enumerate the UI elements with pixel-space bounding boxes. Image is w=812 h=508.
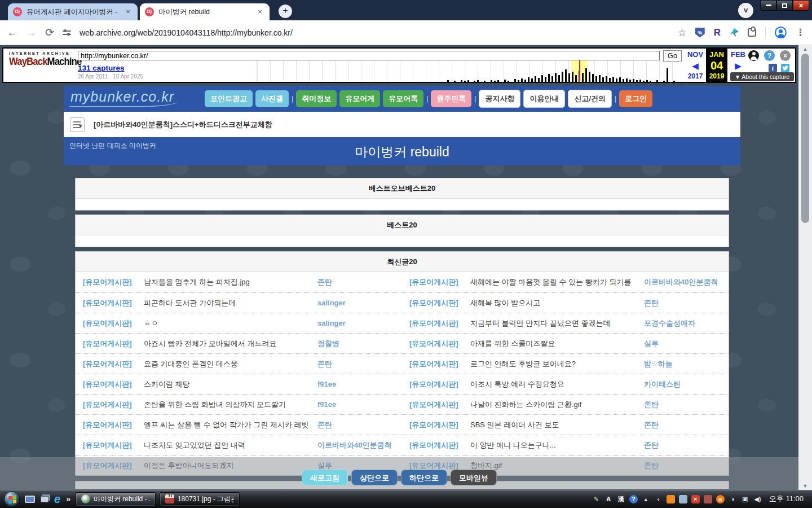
post-author-link[interactable]: 아르바바와40인분쿰척 bbox=[644, 277, 729, 287]
tab-search-chevron-icon[interactable]: v bbox=[738, 3, 753, 18]
taskbar-clock[interactable]: 오후 11:00 bbox=[769, 494, 804, 504]
post-author-link[interactable]: 정찰병 bbox=[317, 339, 402, 349]
close-button[interactable]: × bbox=[793, 0, 809, 11]
ime-english-mode[interactable]: A bbox=[604, 495, 613, 503]
nav-button[interactable]: 로그인 bbox=[619, 90, 652, 107]
board-link[interactable]: [유모어게시판] bbox=[83, 440, 144, 450]
post-title-link[interactable]: 엘프 씨는 살을 뺄 수 없어 작가가 그린 제시카 레빗 bbox=[144, 420, 317, 430]
hummingbird-extension-icon[interactable] bbox=[730, 28, 739, 37]
post-title-link[interactable]: SBS 일본 레이더 사건 보도 bbox=[470, 420, 644, 430]
show-desktop-icon[interactable] bbox=[25, 496, 35, 503]
window-switcher-icon[interactable] bbox=[41, 496, 48, 502]
office-tray-icon[interactable] bbox=[667, 495, 675, 503]
start-button[interactable] bbox=[4, 491, 20, 507]
menu-kebab-icon[interactable]: ⋮ bbox=[796, 27, 805, 38]
wayback-timeline[interactable] bbox=[257, 60, 683, 82]
post-author-link[interactable]: 존탄 bbox=[644, 298, 729, 308]
scroll-down-icon[interactable]: ▼ bbox=[798, 483, 812, 489]
ime-pen-icon[interactable]: ✎ bbox=[592, 495, 601, 503]
browser-tab[interactable]: 마마이벙커 rebuild× bbox=[140, 3, 270, 20]
utility-tray-icon[interactable] bbox=[704, 495, 712, 503]
to-bottom-button[interactable]: 하단으로 bbox=[401, 470, 447, 485]
board-link[interactable]: [유모어게시판] bbox=[83, 298, 144, 308]
post-author-link[interactable]: 존탄 bbox=[644, 440, 729, 450]
post-title-link[interactable]: 남자들을 멈추게 하는 피자집.jpg bbox=[144, 277, 317, 287]
post-author-link[interactable]: 존탄 bbox=[317, 277, 402, 287]
nav-button[interactable]: 유모어톡 bbox=[383, 90, 423, 107]
captures-link[interactable]: 131 captures bbox=[78, 64, 125, 72]
board-link[interactable]: [유모어게시판] bbox=[409, 298, 470, 308]
post-author-link[interactable]: 카이테스틴 bbox=[644, 379, 729, 389]
refresh-button[interactable]: 새로고침 bbox=[302, 470, 348, 485]
post-author-link[interactable]: 밤☆하늘 bbox=[644, 359, 729, 369]
nav-button[interactable]: 원주민톡 bbox=[431, 90, 471, 107]
overflow-chevron-icon[interactable]: » bbox=[66, 494, 70, 503]
post-title-link[interactable]: 새해복 많이 받으시고 bbox=[470, 298, 644, 308]
address-bar[interactable]: web.archive.org/web/20190104043118/http:… bbox=[80, 28, 669, 37]
collapse-icon[interactable]: ‹ bbox=[654, 495, 663, 503]
post-title-link[interactable]: 로그인 안해도 후방글 보이네요? bbox=[470, 359, 644, 369]
post-title-link[interactable]: 요즘 기대중인 폰겜인 데스웅 bbox=[144, 359, 317, 369]
browser-tab[interactable]: 마유머게시판 페이지마이벙커 - 유× bbox=[8, 3, 138, 20]
extensions-puzzle-icon[interactable] bbox=[748, 28, 756, 37]
minimize-button[interactable] bbox=[760, 0, 776, 11]
nav-button[interactable]: 취미정보 bbox=[296, 90, 337, 107]
account-icon[interactable] bbox=[748, 50, 759, 61]
board-link[interactable]: [유모어게시판] bbox=[409, 339, 470, 349]
wayback-logo[interactable]: INTERNET ARCHIVE WayBackMachine bbox=[9, 51, 78, 68]
security-alert-icon[interactable]: × bbox=[691, 495, 700, 503]
twitter-icon[interactable] bbox=[781, 64, 789, 72]
post-title-link[interactable]: 존탄을 위한 스림 화방녀 의상까지 모드깔기 bbox=[144, 400, 317, 410]
network-tray-icon[interactable]: ▣ bbox=[741, 495, 749, 503]
post-title-link[interactable]: ㅎㅇ bbox=[144, 318, 317, 329]
post-author-link[interactable]: salinger bbox=[317, 319, 402, 327]
post-author-link[interactable]: 포경수술성애자 bbox=[644, 318, 729, 329]
post-title-link[interactable]: 피곤하다 도서관 가야되는데 bbox=[144, 298, 317, 308]
taskbar-task-button[interactable]: 180731.jpg - 그림판 bbox=[160, 492, 240, 506]
post-title-link[interactable]: 스카이림 재탕 bbox=[144, 379, 317, 389]
prev-capture-arrow-icon[interactable]: ◀ bbox=[692, 62, 699, 70]
wayback-url-input[interactable] bbox=[78, 51, 660, 60]
board-link[interactable]: [유모어게시판] bbox=[83, 400, 144, 410]
prev-month-column[interactable]: NOV ◀ 2017 bbox=[685, 49, 706, 82]
restore-button[interactable] bbox=[776, 0, 793, 11]
post-title-link[interactable]: 새해에는 야짤 마음껏 올릴 수 있는 빵카가 되기를 bbox=[470, 277, 644, 287]
new-tab-button[interactable]: + bbox=[279, 5, 292, 18]
post-title-link[interactable]: 이 양반 애니 나오는구나... bbox=[470, 440, 644, 450]
nav-button[interactable]: 유모어게 bbox=[339, 90, 380, 107]
nav-button[interactable]: 이용안내 bbox=[523, 90, 565, 108]
scrollbar-thumb[interactable] bbox=[801, 54, 809, 223]
board-link[interactable]: [유모어게시판] bbox=[409, 277, 470, 287]
post-author-link[interactable]: 존탄 bbox=[644, 400, 729, 410]
to-top-button[interactable]: 상단으로 bbox=[351, 470, 398, 485]
avast-tray-icon[interactable]: a bbox=[716, 495, 725, 503]
post-title-link[interactable]: 아죠시 빵카 전체가 모바일에서 개느려요 bbox=[144, 339, 317, 349]
site-info-icon[interactable] bbox=[63, 29, 71, 37]
notice-link[interactable]: [아르바바와40인분쿰척]스스디+하드디스크전부교체함 bbox=[94, 120, 272, 130]
reload-icon[interactable]: ⟳ bbox=[45, 27, 54, 38]
post-title-link[interactable]: 나날이 진화하는 스카이림 근황.gif bbox=[470, 400, 644, 410]
post-title-link[interactable]: 아재를 위한 스쿨미즈짤요 bbox=[470, 339, 644, 349]
mobile-view-button[interactable]: 모바일뷰 bbox=[451, 470, 497, 485]
board-link[interactable]: [유모어게시판] bbox=[409, 420, 470, 430]
ime-help-icon[interactable]: ? bbox=[629, 495, 638, 503]
profile-icon[interactable] bbox=[775, 27, 787, 38]
board-link[interactable]: [유모어게시판] bbox=[409, 318, 470, 329]
post-author-link[interactable]: 존탄 bbox=[317, 359, 402, 369]
internet-explorer-icon[interactable]: e bbox=[54, 493, 60, 505]
help-icon[interactable]: ? bbox=[764, 50, 775, 61]
site-logo[interactable]: mybunker.co.kr bbox=[69, 89, 178, 107]
post-author-link[interactable]: f91ee bbox=[317, 400, 402, 409]
next-capture-arrow-icon[interactable]: ▶ bbox=[735, 62, 742, 70]
board-link[interactable]: [유모어게시판] bbox=[409, 379, 470, 389]
wayback-go-button[interactable]: Go bbox=[663, 50, 682, 62]
post-author-link[interactable]: f91ee bbox=[317, 380, 402, 388]
post-title-link[interactable]: 아조시 톡방 에러 수정요청요 bbox=[470, 379, 644, 389]
post-author-link[interactable]: 실루 bbox=[644, 339, 729, 349]
nav-button[interactable]: 포인트광고 bbox=[205, 90, 253, 107]
board-link[interactable]: [유모어게시판] bbox=[409, 359, 470, 369]
board-link[interactable]: [유모어게시판] bbox=[83, 318, 144, 329]
about-this-capture[interactable]: ▼ About this capture bbox=[730, 72, 794, 81]
board-link[interactable]: [유모어게시판] bbox=[83, 359, 144, 369]
post-author-link[interactable]: 아르바바와40인분쿰척 bbox=[317, 440, 402, 450]
